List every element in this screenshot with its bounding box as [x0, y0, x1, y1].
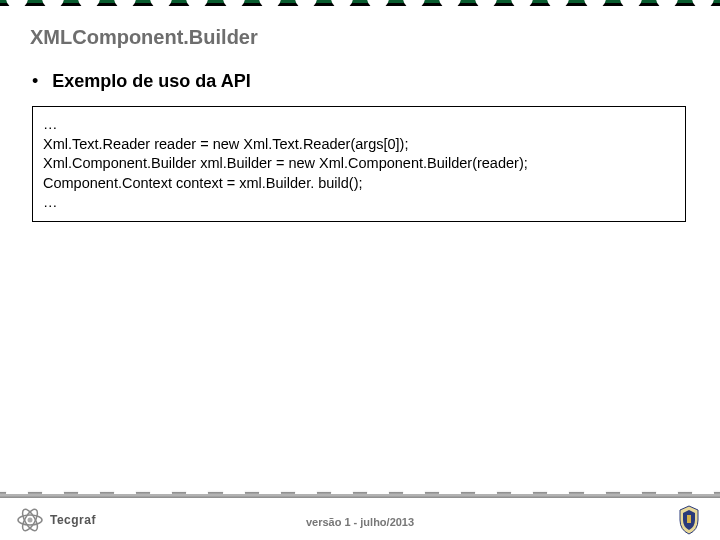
puc-rio-logo [674, 504, 704, 536]
footer-version-text: versão 1 - julho/2013 [306, 516, 414, 528]
slide-content: XMLComponent.Builder • Exemplo de uso da… [0, 6, 720, 222]
top-decorative-bar [0, 0, 720, 6]
bottom-circle-row [0, 483, 720, 494]
tecgraf-logo: Tecgraf [16, 508, 96, 532]
tecgraf-logo-icon [16, 508, 44, 532]
code-line: Component.Context context = xml.Builder.… [43, 174, 675, 194]
code-line: Xml.Text.Reader reader = new Xml.Text.Re… [43, 135, 675, 155]
code-line: Xml.Component.Builder xml.Builder = new … [43, 154, 675, 174]
bullet-marker: • [32, 71, 38, 92]
svg-point-3 [28, 518, 33, 523]
code-line: … [43, 193, 675, 213]
bullet-item: • Exemplo de uso da API [30, 71, 690, 92]
code-line: … [43, 115, 675, 135]
svg-rect-4 [687, 515, 691, 523]
footer-decorative-bar [0, 492, 720, 498]
tecgraf-logo-text: Tecgraf [50, 513, 96, 527]
slide-footer: Tecgraf versão 1 - julho/2013 [0, 492, 720, 540]
code-example-box: … Xml.Text.Reader reader = new Xml.Text.… [32, 106, 686, 222]
top-circle-row [0, 0, 720, 9]
bullet-text: Exemplo de uso da API [52, 71, 250, 92]
slide-title: XMLComponent.Builder [30, 26, 690, 49]
